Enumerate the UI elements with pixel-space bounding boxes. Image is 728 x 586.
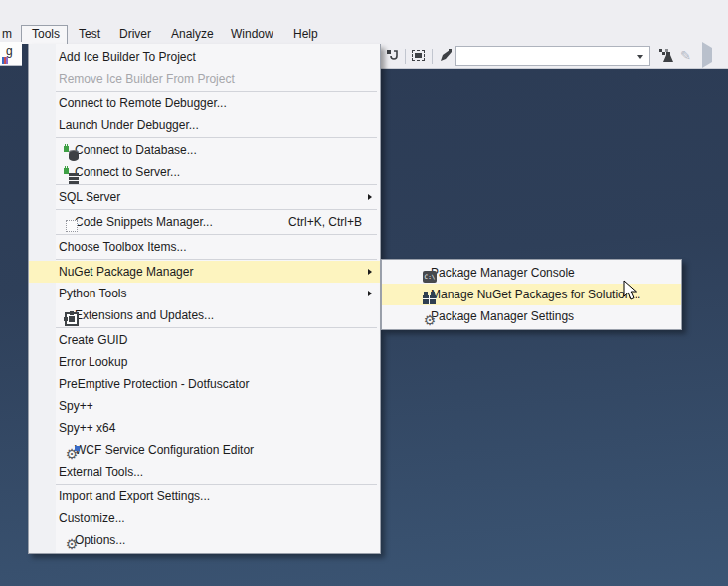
mouse-cursor [623, 280, 640, 301]
attach-hook-icon[interactable] [386, 48, 402, 64]
menu-item-label: Manage NuGet Packages for Solution... [431, 288, 640, 301]
toolbar-search-combobox[interactable] [455, 46, 650, 66]
tools-menu-items: Add Ice Builder To ProjectRemove Ice Bui… [29, 46, 380, 551]
frame-window-icon[interactable] [411, 48, 427, 64]
gear-icon: ⚙ [422, 312, 438, 328]
test-flask-icon[interactable] [658, 48, 674, 64]
menu-item-remove-ice-builder-from-project[interactable]: Remove Ice Builder From Project [29, 68, 380, 90]
submenu-arrow-icon [368, 269, 372, 275]
menu-item-label: Package Manager Settings [431, 309, 574, 323]
menu-item-label: Spy++ x64 [59, 421, 115, 435]
menu-item-label: Choose Toolbox Items... [59, 240, 187, 254]
menu-item-external-tools[interactable]: External Tools... [29, 461, 380, 483]
menubar-item-driver[interactable]: Driver [119, 26, 151, 43]
chevron-down-icon[interactable] [637, 55, 643, 59]
vs-ide-screen: m ToolsTestDriverAnalyzeWindowHelp g [0, 0, 728, 586]
menu-separator [56, 234, 377, 235]
menu-item-label: Error Lookup [59, 355, 127, 369]
tools-menu-dropdown: Add Ice Builder To ProjectRemove Ice Bui… [28, 44, 381, 554]
menu-item-spy-x64[interactable]: Spy++ x64 [29, 417, 380, 439]
run-play-icon[interactable] [702, 48, 718, 64]
menu-item-launch-under-debugger[interactable]: Launch Under Debugger... [29, 114, 380, 136]
menu-item-add-ice-builder-to-project[interactable]: Add Ice Builder To Project [29, 46, 380, 68]
menu-separator [56, 484, 377, 485]
menu-item-label: Add Ice Builder To Project [59, 50, 196, 64]
menu-item-wcf-service-configuration-editor[interactable]: ⚙WCF Service Configuration Editor [29, 439, 380, 461]
extensions-icon [64, 311, 80, 327]
menu-item-options[interactable]: ⚙Options... [29, 529, 380, 551]
menu-separator [56, 184, 377, 185]
menu-item-label: SQL Server [59, 190, 120, 204]
menu-item-code-snippets-manager[interactable]: Code Snippets Manager...Ctrl+K, Ctrl+B [29, 211, 380, 233]
menu-item-error-lookup[interactable]: Error Lookup [29, 351, 380, 373]
menubar-item-analyze[interactable]: Analyze [171, 26, 214, 43]
menu-separator [56, 209, 377, 210]
menu-separator [56, 91, 377, 92]
toolbar: ✎ [381, 44, 728, 69]
menu-item-label: Customize... [59, 511, 125, 525]
menu-item-import-and-export-settings[interactable]: Import and Export Settings... [29, 486, 380, 507]
menu-item-label: Launch Under Debugger... [59, 118, 199, 132]
menu-item-label: Spy++ [59, 399, 93, 413]
menu-item-label: Extensions and Updates... [75, 308, 214, 322]
menu-item-sql-server[interactable]: SQL Server [29, 186, 380, 208]
toolbar-separator [405, 49, 406, 64]
menu-item-customize[interactable]: Customize... [29, 507, 380, 529]
nuget-package-icon [422, 291, 438, 306]
menu-item-preemptive-protection-dotfuscator[interactable]: PreEmptive Protection - Dotfuscator [29, 373, 380, 395]
menu-item-connect-to-server[interactable]: Connect to Server... [29, 161, 380, 183]
menu-item-connect-to-database[interactable]: Connect to Database... [29, 139, 380, 161]
menu-item-label: Code Snippets Manager... [75, 215, 213, 229]
menubar-item-tools[interactable]: Tools [32, 26, 60, 43]
menu-item-label: Create GUID [59, 333, 127, 347]
menu-item-nuget-package-manager[interactable]: NuGet Package Manager [29, 261, 380, 283]
menu-item-python-tools[interactable]: Python Tools [29, 283, 380, 304]
menu-item-choose-toolbox-items[interactable]: Choose Toolbox Items... [29, 236, 380, 258]
pen-flag-icon[interactable] [438, 48, 454, 64]
menu-item-connect-to-remote-debugger[interactable]: Connect to Remote Debugger... [29, 93, 380, 114]
submenu-arrow-icon [368, 291, 372, 296]
server-connect-icon [64, 168, 80, 184]
menubar-item-window[interactable]: Window [231, 26, 273, 43]
edit-pencil-icon[interactable]: ✎ [680, 48, 696, 64]
menu-bar: m ToolsTestDriverAnalyzeWindowHelp [0, 0, 728, 44]
wcf-gear-icon: ⚙ [64, 446, 80, 462]
menu-item-create-guid[interactable]: Create GUID [29, 329, 380, 351]
menu-item-label: Connect to Server... [75, 165, 180, 179]
menu-item-shortcut: Ctrl+K, Ctrl+B [288, 215, 380, 229]
combobox-fragment-text: g [6, 44, 13, 58]
menu-item-label: PreEmptive Protection - Dotfuscator [59, 377, 249, 391]
menu-item-label: Import and Export Settings... [59, 489, 210, 503]
menu-item-label: Python Tools [59, 287, 127, 300]
menu-item-package-manager-settings[interactable]: ⚙Package Manager Settings [382, 305, 681, 327]
database-connect-icon [64, 146, 80, 162]
menu-item-label: External Tools... [59, 465, 143, 479]
menu-item-label: Connect to Database... [75, 143, 197, 157]
menu-separator [56, 137, 377, 138]
menu-separator [56, 327, 377, 328]
toolbar-combobox-fragment[interactable]: g [0, 42, 22, 66]
menu-item-label: Options... [75, 533, 125, 547]
code-snippets-icon [64, 218, 80, 234]
menu-item-label: WCF Service Configuration Editor [75, 443, 254, 457]
menu-item-label: Remove Ice Builder From Project [59, 72, 235, 86]
menu-item-label: NuGet Package Manager [59, 265, 193, 279]
menubar-item-help[interactable]: Help [293, 26, 318, 43]
submenu-arrow-icon [368, 194, 372, 200]
menubar-item-test[interactable]: Test [79, 26, 100, 43]
toolbar-separator [432, 49, 433, 64]
menu-item-extensions-and-updates[interactable]: Extensions and Updates... [29, 304, 380, 326]
menu-item-label: Package Manager Console [431, 266, 575, 280]
gear-icon: ⚙ [64, 536, 80, 552]
menu-item-spy[interactable]: Spy++ [29, 395, 380, 417]
menubar-item-partial[interactable]: m [2, 26, 12, 43]
menu-item-label: Connect to Remote Debugger... [59, 97, 227, 110]
combobox-fragment-icon [2, 57, 8, 64]
console-icon: C:\ [422, 269, 438, 285]
menu-separator [56, 259, 377, 260]
